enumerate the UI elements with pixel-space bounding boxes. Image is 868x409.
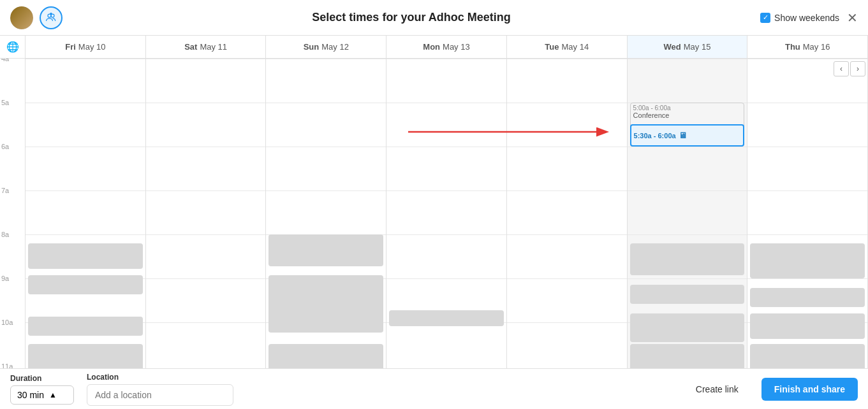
create-link-button[interactable]: Create link (686, 379, 749, 399)
event-sun-1 (268, 234, 383, 266)
page-title: Select times for your Adhoc Meeting (63, 11, 760, 24)
duration-section: Duration 30 min ▲ (10, 374, 74, 405)
event-tue-1 (389, 310, 504, 326)
selected-event-icon: 🖥 (679, 131, 687, 140)
event-wed-2 (630, 285, 745, 304)
show-weekends-toggle[interactable]: ✓ Show weekends (760, 13, 839, 23)
day-col-sun[interactable] (266, 59, 386, 368)
time-gutter-header: 🌐 (0, 36, 26, 58)
header-right: ✓ Show weekends ✕ (760, 11, 858, 24)
event-thu-4 (750, 344, 865, 368)
duration-value: 30 min (17, 390, 44, 400)
day-col-wed[interactable]: 5:00a - 6:00a Conference 5:30a - 6:00a 🖥 (628, 59, 748, 368)
event-wed-selected[interactable]: 5:30a - 6:00a 🖥 (630, 124, 745, 147)
day-header-sun: Sun May 12 (266, 36, 386, 58)
footer: Duration 30 min ▲ Location Create link F… (0, 368, 868, 409)
day-header-sat: Sat May 11 (146, 36, 267, 58)
day-col-mon[interactable] (386, 59, 507, 368)
svg-point-0 (48, 14, 51, 17)
event-wed-3 (630, 313, 745, 342)
time-gutter: 4a 5a 6a 7a 8a 9a 10a 11a (0, 59, 26, 368)
selected-event-time: 5:30a - 6:00a (634, 132, 676, 140)
day-col-tue[interactable] (507, 59, 628, 368)
show-weekends-label: Show weekends (774, 13, 839, 23)
time-7a: 7a (1, 187, 9, 194)
event-fri-3 (28, 317, 143, 336)
header: Select times for your Adhoc Meeting ✓ Sh… (0, 0, 868, 36)
time-10a: 10a (1, 319, 13, 326)
event-wed-1 (630, 243, 745, 275)
close-button[interactable]: ✕ (847, 11, 858, 24)
day-header-fri: Fri May 10 (26, 36, 146, 58)
event-sun-3 (268, 344, 383, 368)
time-6a: 6a (1, 143, 9, 150)
location-section: Location (87, 373, 233, 406)
calendar-grid: 4a 5a 6a 7a 8a 9a 10a 11a ‹ › (0, 59, 868, 368)
svg-point-2 (50, 12, 52, 14)
calendar-container: 🌐 Fri May 10 Sat May 11 Sun May 12 Mon M… (0, 36, 868, 368)
finish-and-share-button[interactable]: Finish and share (761, 378, 858, 401)
event-thu-2 (750, 288, 865, 307)
conference-label: Conference (633, 111, 742, 119)
avatar (10, 6, 33, 29)
event-wed-4 (630, 344, 745, 368)
time-5a: 5a (1, 99, 9, 106)
days-area[interactable]: ‹ › (26, 59, 868, 368)
day-header-wed: Wed May 15 (628, 36, 748, 58)
event-thu-3 (750, 313, 865, 339)
day-header-tue: Tue May 14 (507, 36, 628, 58)
day-header-thu: Thu May 16 (747, 36, 868, 58)
globe-icon: 🌐 (6, 41, 19, 53)
time-8a: 8a (1, 231, 9, 238)
event-fri-1 (28, 243, 143, 269)
event-sun-2 (268, 275, 383, 333)
duration-select[interactable]: 30 min ▲ (10, 385, 74, 405)
show-weekends-checkbox[interactable]: ✓ (760, 13, 770, 23)
day-col-sat[interactable] (146, 59, 267, 368)
chevron-up-icon: ▲ (49, 391, 57, 399)
day-header-mon: Mon May 13 (386, 36, 507, 58)
location-label: Location (87, 373, 233, 382)
location-input[interactable] (87, 384, 233, 406)
event-thu-1 (750, 243, 865, 278)
duration-label: Duration (10, 374, 74, 383)
day-headers: 🌐 Fri May 10 Sat May 11 Sun May 12 Mon M… (0, 36, 868, 59)
event-fri-4 (28, 344, 143, 368)
time-9a: 9a (1, 275, 9, 282)
day-col-fri[interactable] (26, 59, 146, 368)
user-avatar (10, 6, 33, 29)
svg-point-1 (51, 14, 54, 17)
day-col-thu[interactable] (747, 59, 868, 368)
time-4a: 4a (1, 59, 9, 62)
group-avatar (40, 6, 63, 29)
conference-time: 5:00a - 6:00a (633, 104, 742, 111)
time-11a: 11a (1, 362, 13, 368)
event-fri-2 (28, 275, 143, 294)
header-left (10, 6, 63, 29)
